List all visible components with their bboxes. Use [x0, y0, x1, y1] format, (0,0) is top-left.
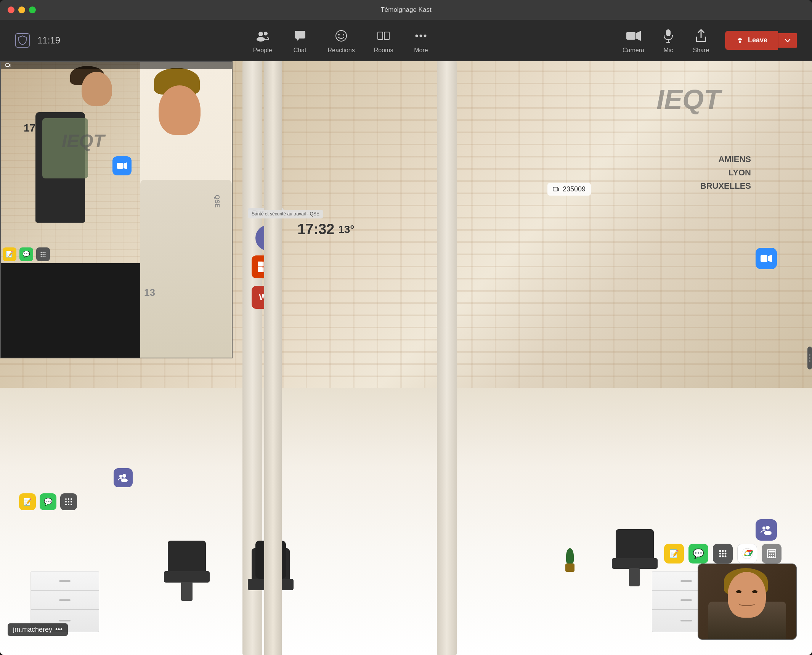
name-tag-text: jm.macherey	[13, 626, 52, 634]
svg-rect-3	[295, 31, 305, 39]
share-label: Share	[693, 47, 709, 54]
svg-point-73	[41, 255, 42, 257]
side-handle-dot3	[809, 360, 810, 362]
ieqt-logo-inner: IEQT	[62, 130, 104, 151]
mic-label: Mic	[664, 47, 673, 54]
svg-point-4	[336, 31, 347, 41]
svg-marker-63	[124, 162, 127, 169]
svg-point-51	[65, 501, 67, 502]
reactions-icon	[332, 27, 350, 45]
toolbar-right: Camera Mic	[623, 27, 797, 54]
plant	[564, 548, 576, 571]
video-area: IEQT IEQT AMIENS LYON BRUXELLES 235009 1…	[0, 61, 812, 655]
svg-point-39	[745, 552, 749, 555]
camera-icon	[625, 27, 642, 45]
chair-leg-r1	[629, 568, 640, 586]
titlebar: Témoignage Kast	[0, 0, 812, 20]
leave-dropdown-button[interactable]	[778, 33, 797, 48]
health-info: Santé et sécurité au travail - QSE	[248, 210, 323, 218]
screen-share-panel: 235009 17:32 13° 📝	[0, 61, 233, 358]
svg-rect-26	[258, 267, 263, 272]
leave-button[interactable]: Leave	[725, 31, 778, 50]
svg-point-59	[766, 526, 770, 530]
svg-point-65	[121, 478, 128, 482]
svg-point-60	[764, 531, 772, 535]
svg-point-43	[771, 554, 772, 555]
fullscreen-button[interactable]	[29, 6, 36, 13]
svg-point-66	[119, 475, 122, 478]
plant-pot	[565, 563, 574, 572]
svg-rect-12	[626, 32, 635, 40]
reactions-button[interactable]: Reactions	[328, 27, 355, 54]
chair-seat-1	[164, 571, 210, 583]
room-id-right-value: 235009	[563, 185, 586, 193]
inner-grid-icon	[36, 247, 50, 261]
smile	[738, 601, 755, 606]
name-tag: jm.macherey •••	[8, 623, 68, 636]
camera-button[interactable]: Camera	[623, 27, 644, 54]
leave-button-group: Leave	[725, 31, 797, 50]
more-button[interactable]: More	[412, 27, 430, 54]
svg-point-9	[416, 34, 418, 37]
chair-back-1	[168, 541, 206, 575]
drawer-handle2	[59, 599, 71, 601]
clock-left-time: 17:32	[297, 221, 334, 238]
rooms-button[interactable]: Rooms	[374, 27, 393, 54]
zoom-icon-inner	[112, 156, 132, 175]
more-label: More	[414, 47, 428, 54]
chair-seat-r1	[612, 558, 658, 569]
poster-face	[159, 85, 201, 135]
people-button[interactable]: People	[253, 27, 272, 54]
svg-point-1	[257, 37, 265, 42]
poster-area: QSE 13	[140, 62, 232, 358]
drawer-handle-r1	[680, 580, 692, 582]
chat-button[interactable]: Chat	[291, 27, 309, 54]
ieqt-logo-right: IEQT	[656, 84, 721, 115]
minimize-button[interactable]	[18, 6, 25, 13]
svg-point-33	[725, 553, 727, 555]
figure-head	[82, 72, 112, 106]
svg-point-54	[65, 504, 67, 505]
shield-icon	[15, 33, 30, 48]
svg-point-5	[338, 34, 340, 35]
svg-point-71	[43, 254, 44, 255]
chat-icon	[291, 27, 309, 45]
svg-point-10	[420, 34, 422, 37]
svg-point-68	[43, 252, 44, 253]
inner-sticky-icon: 📝	[3, 247, 16, 261]
calculator-icon	[762, 544, 782, 563]
svg-point-64	[122, 474, 126, 478]
svg-point-46	[771, 556, 772, 557]
svg-point-44	[773, 554, 774, 555]
svg-point-34	[719, 555, 721, 557]
chair-right-1	[610, 529, 660, 586]
svg-rect-76	[6, 64, 9, 67]
svg-point-50	[71, 498, 72, 500]
drawer-handle3	[59, 620, 71, 621]
close-button[interactable]	[8, 6, 14, 13]
svg-point-67	[41, 252, 42, 253]
svg-point-6	[343, 34, 344, 35]
svg-point-70	[41, 254, 42, 255]
location-amiens: AMIENS	[700, 153, 751, 166]
svg-point-47	[773, 556, 774, 557]
share-button[interactable]: Share	[692, 27, 710, 54]
temp-left: 13°	[338, 223, 354, 236]
svg-point-75	[45, 255, 46, 257]
side-handle[interactable]	[807, 347, 812, 369]
svg-point-53	[71, 501, 72, 502]
svg-point-56	[71, 504, 72, 505]
location-panel: AMIENS LYON BRUXELLES	[700, 153, 751, 193]
reactions-label: Reactions	[328, 47, 355, 54]
svg-point-61	[762, 527, 765, 530]
qse-text: QSE	[213, 195, 220, 208]
svg-point-48	[65, 498, 67, 500]
mic-button[interactable]: Mic	[660, 27, 677, 54]
toolbar: 11:19 People	[0, 20, 812, 61]
app-window: Témoignage Kast 11:19	[0, 0, 812, 655]
teams-icon-inner	[114, 468, 133, 487]
svg-point-49	[68, 498, 69, 500]
svg-rect-57	[761, 255, 767, 262]
self-face	[698, 564, 796, 639]
people-label: People	[253, 47, 272, 54]
